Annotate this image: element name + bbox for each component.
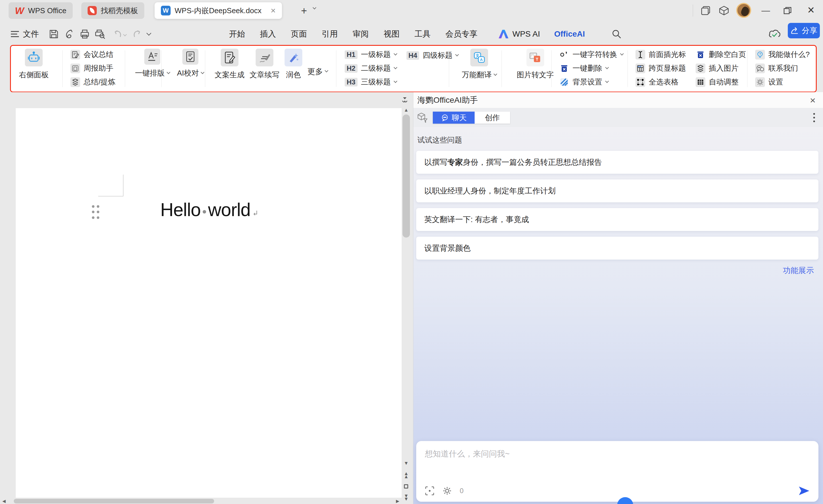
ribbon-one-click-delete-button[interactable]: 一键删除	[559, 63, 623, 73]
feature-showcase-link[interactable]: 功能展示	[416, 265, 814, 276]
chat-input[interactable]	[425, 449, 810, 480]
app-center-cube-icon[interactable]	[717, 5, 730, 17]
ribbon-settings-button[interactable]: 设置	[755, 77, 810, 87]
save-button[interactable]	[49, 23, 59, 45]
vertical-scrollbar[interactable]: ▲ ▼ ▲▲ ▼▼	[401, 97, 411, 503]
menu-reference[interactable]: 引用	[322, 23, 338, 45]
restore-button[interactable]	[780, 4, 795, 17]
horizontal-scrollbar[interactable]: ◀ ▶	[0, 498, 400, 504]
model-settings-gear-icon[interactable]	[443, 486, 452, 495]
divider	[336, 50, 336, 87]
ribbon-insert-cursor-front-button[interactable]: 前面插光标	[636, 49, 686, 59]
tab-wps-office[interactable]: W WPS Office	[9, 2, 73, 19]
menu-membership[interactable]: 会员专享	[446, 23, 478, 45]
menu-officeai-active[interactable]: OfficeAI	[554, 23, 585, 45]
ribbon-img-to-text-button[interactable]: T 图片转文字	[510, 46, 561, 91]
menu-page[interactable]: 页面	[291, 23, 307, 45]
paragraph-drag-handle-icon[interactable]	[91, 204, 101, 220]
ribbon-heading1-button[interactable]: H1 一级标题	[345, 49, 397, 59]
undo-button[interactable]	[113, 23, 123, 45]
horizontal-scroll-thumb[interactable]	[14, 499, 214, 503]
menu-review[interactable]: 审阅	[353, 23, 369, 45]
panel-menu-kebab-icon[interactable]	[812, 111, 817, 124]
model-cube-filter-icon[interactable]	[417, 112, 428, 123]
trash-x-icon	[559, 63, 569, 73]
panel-close-icon[interactable]: ×	[810, 95, 816, 105]
ribbon-ai-proofread-button[interactable]: AI校对	[169, 46, 212, 91]
ribbon-meeting-summary-button[interactable]: 会议总结	[70, 49, 115, 59]
ribbon-auto-adjust-button[interactable]: 自动调整	[696, 77, 746, 87]
previous-page-icon[interactable]: ▲▲	[401, 472, 411, 478]
screenshot-scan-icon[interactable]	[425, 486, 435, 496]
chevron-down-icon	[393, 79, 397, 83]
select-browse-object-icon[interactable]	[404, 484, 408, 489]
ribbon-copy-generate-button[interactable]: 文案生成	[215, 46, 244, 91]
scroll-right-icon[interactable]: ▶	[395, 499, 400, 503]
ribbon-contact-us-button[interactable]: 联系我们	[755, 63, 810, 73]
cloud-saved-icon[interactable]	[768, 23, 781, 45]
layers-chevron-icon	[70, 77, 80, 87]
collapse-ribbon-icon[interactable]	[401, 97, 411, 104]
share-button[interactable]: 分享	[788, 23, 820, 38]
send-button[interactable]	[798, 486, 810, 495]
hamburger-menu-icon[interactable]	[10, 23, 19, 45]
ribbon-polish-button[interactable]: 润色	[285, 46, 302, 91]
ribbon-select-table-button[interactable]: 全选表格	[636, 77, 686, 87]
menu-home[interactable]: 开始	[229, 23, 245, 45]
toolbar-expand-chevron-icon[interactable]	[147, 23, 151, 45]
report-card-icon	[70, 63, 80, 73]
ribbon-delete-blank-page-button[interactable]: 删除空白页	[696, 49, 746, 59]
ribbon-translate-button[interactable]: 文A 万能翻译	[456, 46, 502, 91]
menu-file[interactable]: 文件	[23, 23, 39, 45]
search-icon[interactable]	[612, 23, 622, 45]
divider	[449, 50, 449, 87]
ribbon-insert-image-button[interactable]: 插入图片	[696, 63, 746, 73]
scroll-left-icon[interactable]: ◀	[1, 499, 7, 503]
tab-docer-templates[interactable]: 找稻壳模板	[81, 2, 144, 19]
menu-tools[interactable]: 工具	[415, 23, 431, 45]
next-page-icon[interactable]: ▼▼	[401, 495, 411, 501]
scroll-down-icon[interactable]: ▼	[401, 461, 411, 466]
export-pdf-icon[interactable]	[64, 23, 74, 45]
ribbon-cross-page-title-button[interactable]: 跨页显标题	[636, 63, 686, 73]
ribbon-heading4-button[interactable]: H4 四级标题	[406, 50, 459, 60]
redo-button[interactable]	[132, 23, 142, 45]
print-preview-button[interactable]	[95, 23, 105, 45]
menu-view[interactable]: 视图	[383, 23, 399, 45]
ribbon-weekly-report-button[interactable]: 周报助手	[70, 63, 115, 73]
suggestion-card[interactable]: 设置背景颜色	[416, 237, 818, 260]
ribbon-char-convert-button[interactable]: ’ 一键字符转换	[559, 49, 623, 59]
scroll-up-icon[interactable]: ▲	[401, 108, 411, 113]
menu-insert[interactable]: 插入	[260, 23, 276, 45]
minimize-button[interactable]: —	[759, 4, 773, 17]
tab-close-icon[interactable]: ×	[271, 6, 276, 15]
ribbon-summarize-button[interactable]: 总结/提炼	[70, 77, 115, 87]
ribbon-more-button[interactable]: 更多	[307, 52, 328, 91]
document-text[interactable]: Hello world	[160, 199, 259, 220]
ribbon-bg-setting-button[interactable]: 背景设置	[559, 77, 623, 87]
tab-create[interactable]: 创作	[475, 112, 510, 124]
suggestion-card[interactable]: 以职业经理人身份，制定年度工作计划	[416, 179, 818, 202]
document-page[interactable]: Hello world	[16, 108, 401, 498]
suggestion-card[interactable]: 英文翻译一下: 有志者，事竟成	[416, 208, 818, 231]
tab-list-chevron-icon[interactable]	[313, 8, 316, 9]
ribbon-side-panel-button[interactable]: 右侧面板	[19, 46, 49, 91]
ibeam-cursor-icon	[636, 50, 645, 59]
menu-wps-ai[interactable]: WPS AI	[498, 23, 540, 45]
ribbon-heading2-button[interactable]: H2 二级标题	[345, 63, 397, 73]
close-window-button[interactable]: ×	[803, 3, 819, 17]
user-avatar[interactable]	[736, 3, 751, 18]
new-tab-button[interactable]: +	[298, 5, 310, 17]
workspace-squares-icon[interactable]	[699, 5, 712, 17]
ribbon-heading3-button[interactable]: H3 三级标题	[345, 77, 397, 87]
undo-chevron-icon[interactable]	[124, 25, 126, 46]
tab-document-active[interactable]: W WPS-内嵌DeepSeek.docx ×	[155, 2, 282, 19]
typeset-icon	[144, 49, 160, 65]
suggestion-card[interactable]: 以撰写专家身份，撰写一篇公务员转正思想总结报告	[416, 151, 818, 174]
print-button[interactable]	[79, 23, 90, 45]
ribbon-what-can-i-do-button[interactable]: ? 我能做什么?	[755, 49, 810, 59]
tab-chat-active[interactable]: 聊天	[433, 112, 475, 124]
ribbon-article-continue-button[interactable]: 文章续写	[250, 46, 279, 91]
vertical-scroll-thumb[interactable]	[402, 115, 410, 237]
ribbon-one-click-layout-button[interactable]: 一键排版	[132, 46, 172, 91]
